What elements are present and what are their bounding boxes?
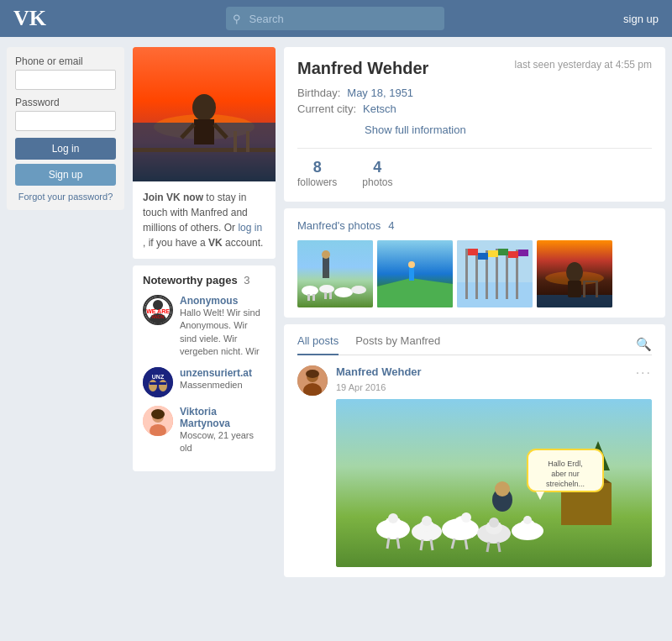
svg-point-38: [408, 261, 415, 268]
svg-rect-42: [475, 253, 478, 299]
svg-point-26: [322, 250, 330, 259]
svg-rect-41: [465, 249, 468, 299]
password-input[interactable]: [15, 111, 116, 131]
login-link[interactable]: log in: [238, 222, 262, 234]
anonymous-avatar: WE ARE ANON: [143, 295, 173, 325]
photos-count: 4: [388, 219, 394, 232]
login-box: Phone or email Password Log in Sign up F…: [7, 47, 124, 210]
svg-line-89: [498, 542, 500, 552]
posts-tabs: All posts Posts by Manfred 🔍: [297, 334, 652, 355]
svg-point-59: [566, 262, 583, 282]
svg-text:aber nur: aber nur: [551, 470, 580, 478]
tab-posts-by[interactable]: Posts by Manfred: [355, 334, 440, 355]
svg-text:ANON: ANON: [152, 314, 165, 319]
svg-text:WE ARE: WE ARE: [146, 308, 170, 314]
svg-rect-25: [323, 257, 329, 278]
svg-point-92: [523, 516, 532, 524]
followers-stat[interactable]: 8 followers: [297, 159, 337, 188]
followers-count: 8: [297, 159, 337, 176]
noteworthy-title: Noteworthy pages 3: [143, 274, 265, 286]
svg-rect-5: [246, 131, 249, 152]
svg-rect-19: [150, 382, 166, 385]
vk-bold: VK: [208, 237, 223, 249]
svg-rect-3: [133, 148, 276, 152]
svg-rect-31: [307, 294, 310, 301]
posts-tabs-left: All posts Posts by Manfred: [297, 334, 440, 355]
phone-input[interactable]: [15, 70, 116, 90]
header-signup-link[interactable]: sign up: [623, 13, 659, 25]
post-image: Hallo Erdl, aber nur streicheln...: [336, 399, 652, 567]
search-input[interactable]: [226, 7, 444, 30]
svg-point-18: [159, 380, 167, 391]
password-label: Password: [15, 97, 116, 108]
svg-point-28: [319, 285, 334, 293]
posts-section: All posts Posts by Manfred 🔍: [284, 324, 665, 577]
svg-point-87: [489, 518, 499, 528]
viktoria-avatar: [143, 406, 173, 436]
noteworthy-item-viktoria[interactable]: Viktoria Martynova Moscow, 21 years old: [143, 406, 265, 455]
svg-rect-7: [194, 119, 214, 144]
svg-rect-33: [324, 292, 327, 299]
svg-line-73: [387, 538, 389, 549]
post-header: Manfred Wehder ···: [336, 365, 652, 381]
svg-point-94: [495, 481, 510, 497]
forgot-password-link[interactable]: Forgot your password?: [15, 192, 116, 202]
left-column: Phone or email Password Log in Sign up F…: [7, 47, 124, 577]
svg-line-84: [465, 539, 467, 549]
signup-button[interactable]: Sign up: [15, 164, 116, 186]
svg-point-29: [334, 287, 353, 297]
tab-all-posts[interactable]: All posts: [297, 334, 339, 355]
photos-section: Manfred's photos 4: [284, 208, 665, 318]
svg-text:Hallo Erdl,: Hallo Erdl,: [548, 460, 583, 468]
middle-column: Join VK now to stay in touch with Manfre…: [133, 47, 276, 577]
post-author-avatar[interactable]: [297, 365, 328, 396]
posts-search-icon[interactable]: 🔍: [636, 337, 652, 352]
svg-line-88: [487, 542, 489, 552]
photos-label: photos: [362, 176, 392, 188]
city-label: Current city:: [297, 102, 356, 115]
photo-thumb-4[interactable]: [537, 240, 612, 307]
svg-point-6: [192, 94, 216, 121]
svg-line-74: [397, 538, 399, 549]
svg-rect-52: [518, 250, 528, 256]
svg-rect-58: [583, 281, 598, 282]
photo-thumb-1[interactable]: [297, 240, 373, 307]
svg-rect-4: [234, 131, 237, 152]
viktoria-info: Viktoria Martynova Moscow, 21 years old: [180, 406, 265, 455]
svg-point-23: [151, 409, 165, 419]
birthday-value[interactable]: May 18, 1951: [347, 87, 413, 99]
photos-stat[interactable]: 4 photos: [362, 159, 392, 188]
svg-point-17: [149, 380, 157, 391]
profile-photo[interactable]: [133, 47, 276, 181]
noteworthy-item-unzen[interactable]: UNZ unzensuriert.at Massenmedien: [143, 367, 265, 397]
photo-thumb-3[interactable]: [457, 240, 533, 307]
svg-point-77: [422, 516, 432, 526]
post-author-name[interactable]: Manfred Wehder: [336, 365, 422, 378]
post-date: 19 Apr 2016: [336, 382, 652, 392]
header: VK ⚲ sign up: [0, 0, 672, 37]
svg-point-30: [351, 286, 366, 294]
join-text3: account.: [225, 237, 263, 249]
svg-rect-49: [488, 250, 498, 257]
svg-rect-56: [583, 281, 585, 297]
vk-logo[interactable]: VK: [13, 6, 46, 31]
last-seen: last seen yesterday at 4:55 pm: [515, 59, 652, 71]
svg-rect-95: [494, 498, 511, 502]
svg-text:streicheln...: streicheln...: [546, 480, 585, 488]
unzen-name: unzensuriert.at: [180, 367, 252, 379]
photo-thumb-2[interactable]: [377, 240, 453, 307]
noteworthy-box: Noteworthy pages 3 WE ARE ANON Anonymous: [133, 265, 276, 471]
svg-rect-45: [506, 251, 508, 299]
svg-rect-60: [568, 281, 581, 297]
anonymous-name: Anonymous: [180, 295, 265, 307]
post-options-button[interactable]: ···: [636, 365, 652, 381]
show-full-info-link[interactable]: Show full information: [365, 123, 466, 136]
anonymous-info: Anonymous Hallo Welt! Wir sind Anonymous…: [180, 295, 265, 359]
noteworthy-item-anonymous[interactable]: WE ARE ANON Anonymous Hallo Welt! Wir si…: [143, 295, 265, 359]
photos-grid: [297, 240, 652, 307]
login-button[interactable]: Log in: [15, 138, 116, 160]
stats-row: 8 followers 4 photos: [297, 148, 652, 188]
svg-point-64: [306, 370, 319, 378]
join-text2: , if you have a: [143, 237, 208, 249]
city-value[interactable]: Ketsch: [363, 102, 396, 115]
